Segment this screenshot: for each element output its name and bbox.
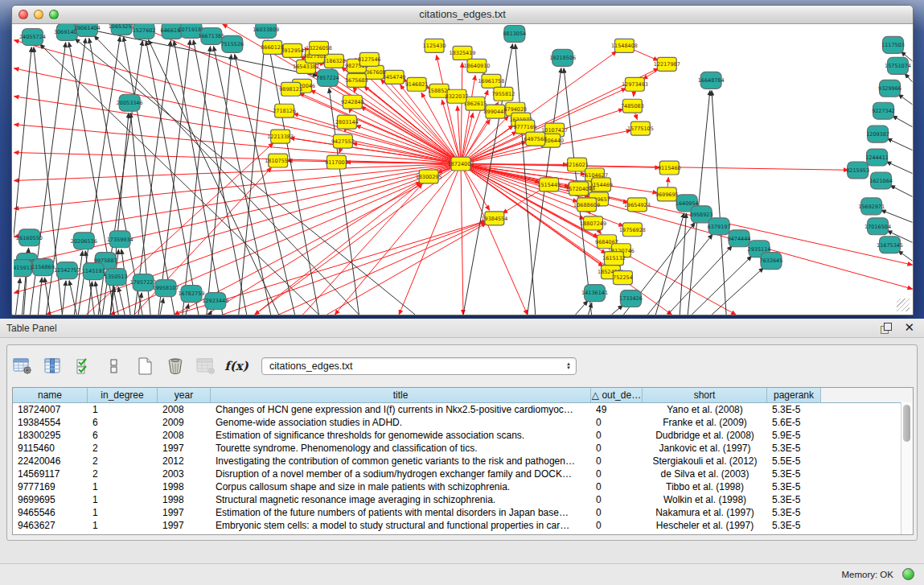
- graph-node[interactable]: 11675345: [877, 237, 903, 253]
- graph-node[interactable]: 1209387: [866, 126, 889, 142]
- graph-node[interactable]: 3675685: [345, 73, 368, 87]
- row-height-button[interactable]: [104, 356, 125, 377]
- graph-edge[interactable]: [95, 282, 101, 315]
- graph-node[interactable]: 24055724: [19, 28, 46, 45]
- graph-node[interactable]: 26160550: [16, 229, 43, 246]
- graph-node[interactable]: 8912954: [281, 43, 304, 57]
- graph-node[interactable]: 19384554: [481, 212, 507, 225]
- graph-node[interactable]: 15775105: [627, 122, 654, 135]
- graph-node[interactable]: 20206536: [71, 233, 97, 249]
- graph-node[interactable]: 1125430: [423, 39, 446, 52]
- graph-edge[interactable]: [303, 183, 422, 315]
- graph-edge[interactable]: [361, 107, 461, 164]
- table-selector-dropdown[interactable]: citations_edges.txt ▲▼: [261, 357, 577, 375]
- graph-node[interactable]: 16033809: [253, 24, 279, 38]
- memory-ok-icon[interactable]: [902, 568, 914, 580]
- graph-node[interactable]: 9115460: [658, 161, 681, 175]
- graph-edge[interactable]: [14, 40, 461, 164]
- table-row[interactable]: 1830029562008Estimation of significance …: [13, 429, 913, 442]
- graph-node[interactable]: 17359934: [107, 231, 133, 248]
- table-mode-button[interactable]: [12, 356, 33, 377]
- window-titlebar[interactable]: citations_edges.txt: [12, 6, 913, 24]
- graph-edge[interactable]: [886, 162, 912, 174]
- graph-node[interactable]: 1733426: [619, 290, 643, 307]
- graph-node[interactable]: 16648784: [698, 72, 725, 89]
- graph-edge[interactable]: [461, 164, 848, 171]
- graph-node[interactable]: 9146821: [405, 77, 429, 91]
- column-header-pagerank[interactable]: pagerank: [767, 388, 821, 402]
- table-row[interactable]: 2242004622012Investigating the contribut…: [13, 455, 913, 468]
- graph-node[interactable]: 12973493: [622, 77, 648, 91]
- graph-node[interactable]: 1117503: [881, 36, 905, 53]
- graph-node[interactable]: 15720407: [565, 182, 592, 196]
- graph-edge[interactable]: [647, 234, 713, 315]
- graph-node[interactable]: 752254: [613, 271, 633, 285]
- graph-node[interactable]: 8322037: [446, 89, 469, 103]
- graph-node[interactable]: 12342757: [54, 262, 80, 279]
- graph-edge[interactable]: [14, 164, 461, 237]
- graph-edge[interactable]: [134, 41, 170, 315]
- graph-node[interactable]: 10688609: [573, 198, 600, 212]
- column-header-short[interactable]: short: [643, 388, 767, 402]
- graph-edge[interactable]: [611, 305, 622, 315]
- vertical-scrollbar[interactable]: [901, 402, 913, 534]
- table-row[interactable]: 969969511998Structural magnetic resonanc…: [13, 493, 913, 506]
- function-builder-button[interactable]: f(x): [226, 356, 247, 377]
- graph-edge[interactable]: [85, 251, 94, 315]
- graph-edge[interactable]: [667, 246, 732, 315]
- graph-edge[interactable]: [279, 222, 486, 315]
- graph-node[interactable]: 19654923: [624, 198, 651, 212]
- delete-column-button[interactable]: [165, 356, 186, 377]
- graph-node[interactable]: 9699695: [655, 187, 679, 201]
- graph-node[interactable]: 9117003: [325, 155, 348, 169]
- graph-edge[interactable]: [174, 41, 223, 315]
- graph-edge[interactable]: [898, 94, 912, 104]
- table-row[interactable]: 911546021997Tourette syndrome. Phenomeno…: [13, 442, 913, 455]
- graph-node[interactable]: 18807249: [580, 216, 606, 230]
- create-column-button[interactable]: [134, 356, 155, 377]
- scrollbar-thumb[interactable]: [903, 405, 910, 442]
- graph-node[interactable]: 14136141: [581, 285, 608, 302]
- graph-edge[interactable]: [207, 182, 421, 315]
- graph-edge[interactable]: [461, 164, 528, 315]
- float-panel-icon[interactable]: [881, 323, 892, 334]
- graph-node[interactable]: 9898123: [279, 82, 302, 96]
- graph-node[interactable]: 18325419: [450, 46, 476, 60]
- graph-node[interactable]: 9427552: [331, 134, 355, 148]
- table-row[interactable]: 946362711997Embryonic stem cells: a mode…: [13, 519, 913, 532]
- window-resize-grip[interactable]: [897, 299, 910, 311]
- graph-edge[interactable]: [461, 164, 463, 315]
- graph-node[interactable]: 8215953: [846, 162, 869, 179]
- column-header-in_degree[interactable]: in_degree: [88, 388, 158, 402]
- graph-edge[interactable]: [680, 213, 686, 315]
- graph-node[interactable]: 18300295: [416, 170, 442, 183]
- graph-node[interactable]: 8813054: [503, 25, 526, 42]
- column-header-name[interactable]: name: [13, 388, 88, 402]
- graph-node[interactable]: 1621064: [869, 172, 893, 189]
- graph-node[interactable]: 1515445: [537, 178, 561, 192]
- graph-node[interactable]: 16782759: [178, 286, 204, 303]
- graph-edge[interactable]: [576, 301, 588, 315]
- graph-node[interactable]: 9329966: [878, 80, 901, 97]
- graph-node[interactable]: 8660128: [261, 40, 284, 54]
- graph-node[interactable]: 19061404: [74, 24, 101, 36]
- graph-node[interactable]: 12213383: [267, 130, 294, 143]
- graph-edge[interactable]: [69, 281, 76, 315]
- graph-node[interactable]: 9474444: [728, 230, 751, 247]
- graph-node[interactable]: 12923448: [202, 293, 228, 310]
- graph-node[interactable]: 19756928: [619, 223, 646, 237]
- graph-node[interactable]: 12217987: [654, 57, 680, 71]
- graph-edge[interactable]: [887, 138, 912, 150]
- graph-edge[interactable]: [905, 73, 912, 81]
- graph-node[interactable]: 17016504: [864, 218, 891, 235]
- graph-node[interactable]: 19958107: [153, 280, 179, 297]
- network-canvas[interactable]: 1872400718300295193845541125430115484081…: [14, 24, 913, 315]
- graph-edge[interactable]: [160, 299, 163, 315]
- graph-node[interactable]: 8454749: [383, 70, 406, 84]
- graph-node[interactable]: 7632645: [760, 253, 783, 270]
- graph-node[interactable]: 11548408: [611, 39, 638, 52]
- graph-node[interactable]: 18640910: [463, 59, 490, 72]
- graph-edge[interactable]: [74, 251, 82, 315]
- graph-edge[interactable]: [890, 185, 912, 196]
- graph-node[interactable]: 7485083: [621, 99, 644, 113]
